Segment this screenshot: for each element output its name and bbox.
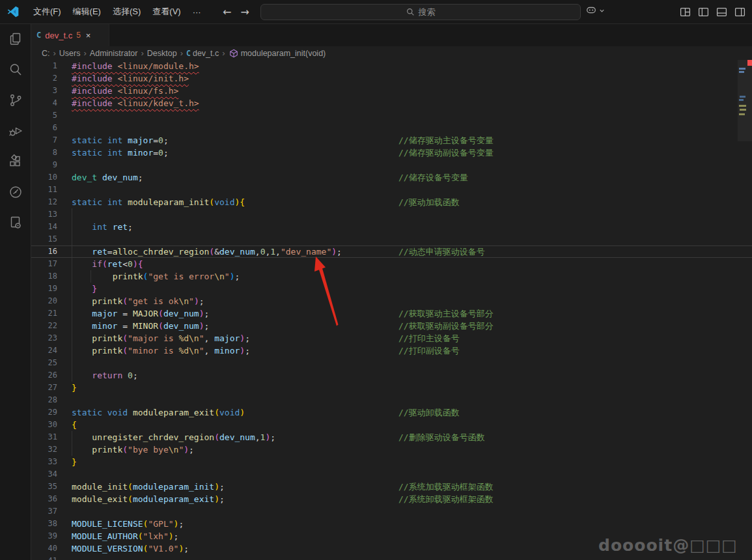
minimap[interactable] <box>738 55 752 141</box>
code-line[interactable]: 34 <box>31 468 752 481</box>
code-text: #include <linux/fs.h> <box>72 85 178 97</box>
search-input[interactable]: 搜索 <box>260 4 581 20</box>
code-line[interactable]: 4#include <linux/kdev_t.h> <box>31 97 752 109</box>
code-line[interactable]: 2#include <linux/init.h> <box>31 72 752 85</box>
line-number: 16 <box>31 245 57 258</box>
breadcrumb-item[interactable]: Desktop <box>147 49 177 58</box>
line-number: 12 <box>31 196 57 208</box>
line-number: 25 <box>31 357 57 369</box>
inline-comment: //删除驱动设备号函数 <box>398 431 485 443</box>
breadcrumb-item[interactable]: Administrator <box>90 49 138 58</box>
code-line[interactable]: 6 <box>31 122 752 134</box>
title-bar: 文件(F)编辑(E)选择(S)查看(V)··· ← → 搜索 <box>0 0 752 24</box>
menu-item[interactable]: 编辑(E) <box>67 3 107 20</box>
code-line[interactable]: 36module_exit(moduleparam_exit);//系统卸载驱动… <box>31 493 752 505</box>
menu-item[interactable]: 文件(F) <box>27 3 67 20</box>
breadcrumb-item[interactable]: Users <box>59 49 81 58</box>
code-line[interactable]: 28 <box>31 394 752 406</box>
line-number: 2 <box>31 72 57 85</box>
menu-item[interactable]: 选择(S) <box>107 3 146 20</box>
code-line[interactable]: 16 ret=alloc_chrdev_region(&dev_num,0,1,… <box>31 245 752 258</box>
code-line[interactable]: 5 <box>31 109 752 122</box>
line-number: 28 <box>31 394 57 406</box>
tab-close-icon[interactable]: × <box>86 31 91 40</box>
inline-comment: //系统加载驱动框架函数 <box>398 481 494 493</box>
code-line[interactable]: 41 <box>31 555 752 560</box>
code-text: unregister_chrdev_region(dev_num,1); <box>72 431 275 443</box>
code-line[interactable]: 11 <box>31 184 752 196</box>
nav-forward-button[interactable]: → <box>240 6 249 18</box>
tab-dev-t-c[interactable]: C dev_t.c 5 × <box>31 23 109 46</box>
customize-layout-button[interactable] <box>680 7 691 18</box>
code-text: MODULE_LICENSE("GPL"); <box>72 518 184 530</box>
code-line[interactable]: 25 <box>31 357 752 369</box>
source-control-icon[interactable] <box>0 85 31 115</box>
tools-icon[interactable] <box>0 207 31 238</box>
nav-back-button[interactable]: ← <box>223 6 231 18</box>
code-line[interactable]: 23 printk("major is %d\n", major);//打印主设… <box>31 332 752 344</box>
code-line[interactable]: 35module_init(moduleparam_init);//系统加载驱动… <box>31 481 752 493</box>
code-line[interactable]: 3#include <linux/fs.h> <box>31 85 752 97</box>
tab-filename: dev_t.c <box>45 31 72 40</box>
line-number: 18 <box>31 270 57 283</box>
code-line[interactable]: 18 printk("get is error\n"); <box>31 270 752 283</box>
breadcrumb-symbol[interactable]: moduleparam_init(void) <box>241 49 326 58</box>
search-sidebar-icon[interactable] <box>0 54 31 85</box>
code-line[interactable]: 30{ <box>31 419 752 431</box>
code-line[interactable]: 29static void moduleparam_exit(void)//驱动… <box>31 406 752 419</box>
toggle-secondary-sidebar-button[interactable] <box>734 7 745 18</box>
code-text: #include <linux/module.h> <box>72 60 199 72</box>
c-language-icon: C <box>36 31 41 40</box>
line-number: 6 <box>31 122 57 134</box>
code-line[interactable]: 1#include <linux/module.h> <box>31 60 752 72</box>
inline-comment: //打印主设备号 <box>398 332 460 344</box>
code-line[interactable]: 33} <box>31 456 752 468</box>
menu-item[interactable]: 查看(V) <box>146 3 186 20</box>
code-line[interactable]: 37 <box>31 505 752 518</box>
code-line[interactable]: 21 major = MAJOR(dev_num);//获取驱动主设备号部分 <box>31 307 752 320</box>
code-line[interactable]: 31 unregister_chrdev_region(dev_num,1);/… <box>31 431 752 443</box>
copilot-icon <box>585 5 597 16</box>
breadcrumb-file[interactable]: dev_t.c <box>193 49 219 58</box>
code-line[interactable]: 10dev_t dev_num;//储存设备号变量 <box>31 171 752 184</box>
menu-item[interactable]: ··· <box>187 5 207 20</box>
line-number: 36 <box>31 493 57 505</box>
code-line[interactable]: 15 <box>31 233 752 245</box>
explorer-icon[interactable] <box>0 23 31 54</box>
code-line[interactable]: 32 printk("bye bye\n"); <box>31 443 752 456</box>
code-line[interactable]: 17 if(ret<0){ <box>31 258 752 270</box>
code-line[interactable]: 20 printk("get is ok\n"); <box>31 295 752 307</box>
code-text: MODULE_AUTHOR("lxh"); <box>72 530 178 542</box>
editor[interactable]: 1#include <linux/module.h>2#include <lin… <box>31 60 752 560</box>
breadcrumb-separator: › <box>139 48 145 58</box>
line-number: 23 <box>31 332 57 344</box>
copilot-button[interactable] <box>585 5 605 16</box>
code-line[interactable]: 38MODULE_LICENSE("GPL"); <box>31 518 752 530</box>
code-line[interactable]: 26 return 0; <box>31 369 752 382</box>
toggle-sidebar-button[interactable] <box>698 7 709 18</box>
code-line[interactable]: 13 <box>31 208 752 221</box>
code-text: return 0; <box>72 369 138 382</box>
code-line[interactable]: 22 minor = MINOR(dev_num);//获取驱动副设备号部分 <box>31 320 752 332</box>
code-line[interactable]: 14 int ret; <box>31 221 752 233</box>
references-icon[interactable] <box>0 176 31 207</box>
code-line[interactable]: 8static int minor=0;//储存驱动副设备号变量 <box>31 147 752 159</box>
code-line[interactable]: 7static int major=0;//储存驱动主设备号变量 <box>31 134 752 147</box>
code-line[interactable]: 9 <box>31 159 752 171</box>
code-text: #include <linux/init.h> <box>72 72 189 85</box>
code-text: static int moduleparam_init(void){ <box>72 196 245 208</box>
inline-comment: //系统卸载驱动框架函数 <box>398 493 494 505</box>
toggle-panel-button[interactable] <box>716 7 727 18</box>
inline-comment: //驱动卸载函数 <box>398 406 460 419</box>
breadcrumb-separator: › <box>179 48 184 58</box>
code-line[interactable]: 12static int moduleparam_init(void){//驱动… <box>31 196 752 208</box>
code-line[interactable]: 19 } <box>31 283 752 295</box>
line-number: 24 <box>31 344 57 357</box>
code-line[interactable]: 27} <box>31 382 752 394</box>
run-and-debug-icon[interactable] <box>0 115 31 146</box>
extensions-icon[interactable] <box>0 146 31 176</box>
code-text: printk("minor is %d\n", minor); <box>72 344 250 357</box>
breadcrumb-item[interactable]: C: <box>42 49 50 58</box>
code-line[interactable]: 24 printk("minor is %d\n", minor);//打印副设… <box>31 344 752 357</box>
line-number: 14 <box>31 221 57 233</box>
